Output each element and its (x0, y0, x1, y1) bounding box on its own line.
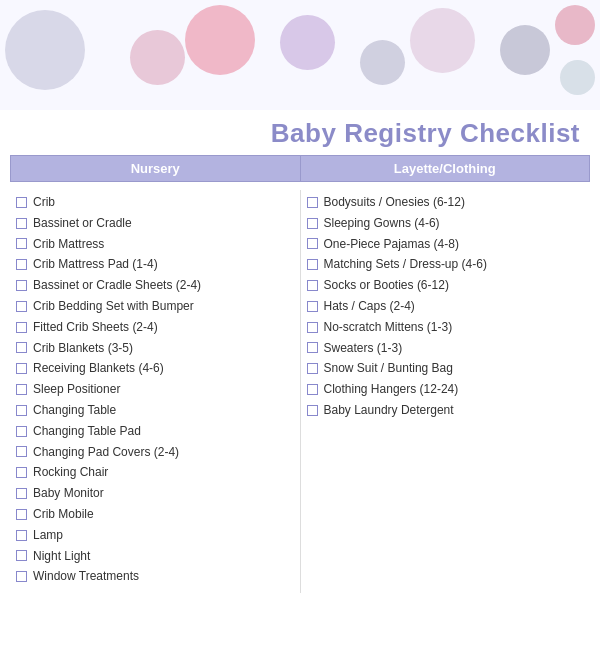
checkbox-icon[interactable] (307, 342, 318, 353)
list-item[interactable]: Lamp (16, 527, 294, 544)
list-item[interactable]: Crib Mattress Pad (1-4) (16, 256, 294, 273)
clothing-header: Layette/Clothing (301, 156, 590, 181)
checkbox-icon[interactable] (307, 301, 318, 312)
bubble-5 (410, 8, 475, 73)
item-label: Sleep Positioner (33, 381, 120, 398)
item-label: Crib (33, 194, 55, 211)
list-item[interactable]: Rocking Chair (16, 464, 294, 481)
list-item[interactable]: Crib Mobile (16, 506, 294, 523)
item-label: Fitted Crib Sheets (2-4) (33, 319, 158, 336)
list-item[interactable]: Baby Monitor (16, 485, 294, 502)
checkbox-icon[interactable] (16, 280, 27, 291)
item-label: Snow Suit / Bunting Bag (324, 360, 453, 377)
list-item[interactable]: Receiving Blankets (4-6) (16, 360, 294, 377)
checkbox-icon[interactable] (307, 259, 318, 270)
checkbox-icon[interactable] (307, 280, 318, 291)
clothing-column: Bodysuits / Onesies (6-12)Sleeping Gowns… (301, 190, 591, 593)
item-label: Socks or Booties (6-12) (324, 277, 449, 294)
checkbox-icon[interactable] (16, 197, 27, 208)
list-item[interactable]: Changing Pad Covers (2-4) (16, 444, 294, 461)
item-label: Bodysuits / Onesies (6-12) (324, 194, 465, 211)
checkbox-icon[interactable] (307, 405, 318, 416)
checkbox-icon[interactable] (307, 218, 318, 229)
bubble-8 (560, 60, 595, 95)
checkbox-icon[interactable] (16, 238, 27, 249)
checkbox-icon[interactable] (16, 446, 27, 457)
checkbox-icon[interactable] (307, 322, 318, 333)
page-title: Baby Registry Checklist (0, 118, 580, 149)
list-item[interactable]: Socks or Booties (6-12) (307, 277, 585, 294)
item-label: One-Piece Pajamas (4-8) (324, 236, 459, 253)
item-label: Sleeping Gowns (4-6) (324, 215, 440, 232)
list-item[interactable]: Night Light (16, 548, 294, 565)
item-label: Changing Pad Covers (2-4) (33, 444, 179, 461)
list-item[interactable]: Crib Bedding Set with Bumper (16, 298, 294, 315)
header-bubbles (0, 0, 600, 110)
checkbox-icon[interactable] (16, 322, 27, 333)
item-label: Receiving Blankets (4-6) (33, 360, 164, 377)
item-label: Changing Table Pad (33, 423, 141, 440)
checkbox-icon[interactable] (16, 467, 27, 478)
item-label: Crib Bedding Set with Bumper (33, 298, 194, 315)
checkbox-icon[interactable] (307, 197, 318, 208)
nursery-column: CribBassinet or CradleCrib MattressCrib … (10, 190, 301, 593)
list-item[interactable]: Bassinet or Cradle (16, 215, 294, 232)
bubble-0 (5, 10, 85, 90)
bubble-7 (555, 5, 595, 45)
checkbox-icon[interactable] (16, 488, 27, 499)
list-item[interactable]: No-scratch Mittens (1-3) (307, 319, 585, 336)
item-label: Baby Monitor (33, 485, 104, 502)
list-item[interactable]: Hats / Caps (2-4) (307, 298, 585, 315)
list-item[interactable]: Baby Laundry Detergent (307, 402, 585, 419)
item-label: Clothing Hangers (12-24) (324, 381, 459, 398)
nursery-header: Nursery (11, 156, 301, 181)
checkbox-icon[interactable] (16, 426, 27, 437)
item-label: Crib Blankets (3-5) (33, 340, 133, 357)
checkbox-icon[interactable] (16, 259, 27, 270)
item-label: Hats / Caps (2-4) (324, 298, 415, 315)
checkbox-icon[interactable] (307, 384, 318, 395)
list-item[interactable]: Crib Mattress (16, 236, 294, 253)
title-section: Baby Registry Checklist (0, 110, 600, 155)
item-label: No-scratch Mittens (1-3) (324, 319, 453, 336)
list-item[interactable]: Bassinet or Cradle Sheets (2-4) (16, 277, 294, 294)
list-item[interactable]: Changing Table (16, 402, 294, 419)
list-item[interactable]: Window Treatments (16, 568, 294, 585)
checkbox-icon[interactable] (16, 363, 27, 374)
item-label: Crib Mattress (33, 236, 104, 253)
checkbox-icon[interactable] (16, 550, 27, 561)
bubble-4 (360, 40, 405, 85)
checkbox-icon[interactable] (307, 238, 318, 249)
list-item[interactable]: Sleep Positioner (16, 381, 294, 398)
checkbox-icon[interactable] (307, 363, 318, 374)
item-label: Sweaters (1-3) (324, 340, 403, 357)
list-item[interactable]: Sweaters (1-3) (307, 340, 585, 357)
checkbox-icon[interactable] (16, 301, 27, 312)
column-headers: Nursery Layette/Clothing (10, 155, 590, 182)
list-item[interactable]: Crib Blankets (3-5) (16, 340, 294, 357)
list-item[interactable]: Sleeping Gowns (4-6) (307, 215, 585, 232)
list-item[interactable]: Changing Table Pad (16, 423, 294, 440)
checkbox-icon[interactable] (16, 530, 27, 541)
checkbox-icon[interactable] (16, 405, 27, 416)
checkbox-icon[interactable] (16, 509, 27, 520)
item-label: Window Treatments (33, 568, 139, 585)
checkbox-icon[interactable] (16, 571, 27, 582)
checkbox-icon[interactable] (16, 342, 27, 353)
bubble-1 (130, 30, 185, 85)
checkbox-icon[interactable] (16, 384, 27, 395)
list-item[interactable]: Bodysuits / Onesies (6-12) (307, 194, 585, 211)
checkbox-icon[interactable] (16, 218, 27, 229)
list-item[interactable]: Crib (16, 194, 294, 211)
item-label: Night Light (33, 548, 90, 565)
item-label: Crib Mobile (33, 506, 94, 523)
item-label: Bassinet or Cradle (33, 215, 132, 232)
list-item[interactable]: Snow Suit / Bunting Bag (307, 360, 585, 377)
item-label: Baby Laundry Detergent (324, 402, 454, 419)
item-label: Crib Mattress Pad (1-4) (33, 256, 158, 273)
list-item[interactable]: Clothing Hangers (12-24) (307, 381, 585, 398)
list-item[interactable]: One-Piece Pajamas (4-8) (307, 236, 585, 253)
list-item[interactable]: Fitted Crib Sheets (2-4) (16, 319, 294, 336)
item-label: Matching Sets / Dress-up (4-6) (324, 256, 487, 273)
list-item[interactable]: Matching Sets / Dress-up (4-6) (307, 256, 585, 273)
